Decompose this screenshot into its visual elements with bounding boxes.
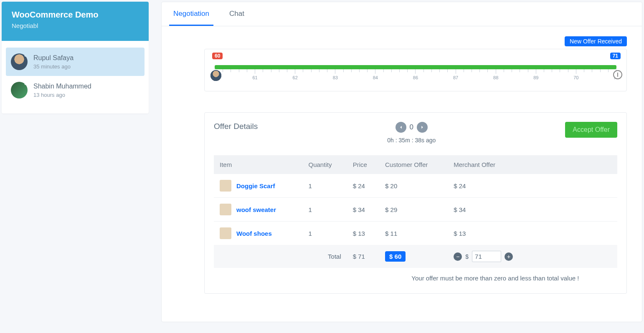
slider-tick: 70 xyxy=(576,69,576,74)
conversation-time: 13 hours ago xyxy=(33,92,91,98)
slider-tick xyxy=(319,69,319,72)
cell-customer-offer: $ 29 xyxy=(379,198,448,222)
item-link[interactable]: Woof shoes xyxy=(236,230,272,237)
total-price: $ 71 xyxy=(347,245,379,268)
status-badge: New Offer Received xyxy=(565,36,627,46)
slider-tick xyxy=(359,69,360,72)
tabs: Negotiation Chat xyxy=(162,2,642,26)
conversation-name: Rupul Safaya xyxy=(33,54,74,62)
slider-tick: 89 xyxy=(536,69,536,74)
slider-tick xyxy=(472,69,472,72)
arrow-right-icon xyxy=(419,124,425,130)
slider-tick xyxy=(431,69,432,72)
slider-tick-label: 86 xyxy=(413,75,418,80)
sidebar: WooCommerce Demo Negotiabl Rupul Safaya … xyxy=(2,2,149,114)
offer-next-button[interactable] xyxy=(417,122,428,133)
increment-button[interactable]: + xyxy=(505,252,513,261)
offer-time-ago: 0h : 35m : 38s ago xyxy=(258,137,565,144)
cell-customer-offer: $ 11 xyxy=(379,222,448,245)
slider-tick xyxy=(568,69,568,72)
slider-tick xyxy=(608,69,609,72)
slider-tick: 61 xyxy=(255,69,255,74)
cell-price: $ 13 xyxy=(347,222,379,245)
slider-tick xyxy=(447,69,448,72)
item-link[interactable]: Doggie Scarf xyxy=(236,182,275,189)
slider-tick-label: 62 xyxy=(293,75,298,80)
tab-negotiation[interactable]: Negotiation xyxy=(169,2,213,26)
cell-quantity: 1 xyxy=(303,222,347,245)
slider-tick xyxy=(287,69,287,72)
main-panel: Negotiation Chat New Offer Received 60 7… xyxy=(161,2,642,322)
slider-tick xyxy=(552,69,552,72)
slider-tick: 83 xyxy=(335,69,335,74)
slider-tick xyxy=(487,69,488,72)
slider-tick: 62 xyxy=(295,69,295,74)
slider-tick xyxy=(423,69,424,72)
currency-symbol: $ xyxy=(465,253,469,260)
slider-tick xyxy=(391,69,392,72)
slider-track[interactable] xyxy=(215,65,616,69)
slider-tick xyxy=(263,69,263,72)
cell-merchant-offer: $ 34 xyxy=(448,198,617,222)
slider-tick-label: 87 xyxy=(453,75,458,80)
accept-offer-button[interactable]: Accept Offer xyxy=(565,122,617,138)
slider-tick xyxy=(271,69,271,72)
slider-tick xyxy=(512,69,512,72)
slider-handle[interactable] xyxy=(613,70,622,79)
slider-tick xyxy=(479,69,480,72)
slider-tick xyxy=(560,69,560,72)
cell-price: $ 24 xyxy=(347,174,379,198)
avatar xyxy=(11,82,28,98)
slider-tick xyxy=(303,69,303,72)
cell-quantity: 1 xyxy=(303,198,347,222)
slider-max-marker: 71 xyxy=(610,53,621,59)
col-quantity: Quantity xyxy=(303,155,347,174)
slider-tick xyxy=(520,69,520,72)
offer-prev-button[interactable] xyxy=(396,122,406,133)
cell-customer-offer: $ 20 xyxy=(379,174,448,198)
col-customer-offer: Customer Offer xyxy=(379,155,448,174)
col-merchant-offer: Merchant Offer xyxy=(448,155,617,174)
offer-slider-card: 60 71 61628384868788897071 xyxy=(204,49,627,91)
sidebar-header: WooCommerce Demo Negotiabl xyxy=(2,2,149,41)
merchant-offer-input[interactable] xyxy=(472,251,501,262)
table-row: Woof shoes 1 $ 13 $ 11 $ 13 xyxy=(214,222,617,245)
slider-tick xyxy=(584,69,584,72)
slider-tick xyxy=(504,69,504,72)
slider-tick xyxy=(464,69,464,72)
table-total-row: Total $ 71 $ 60 − $ + xyxy=(214,245,617,268)
slider-scale: 61628384868788897071 xyxy=(215,69,616,74)
offer-details-card: Offer Details 0 0h : 35m : 38s ago xyxy=(204,112,627,294)
online-dot-icon xyxy=(24,82,28,85)
slider-tick-label: 88 xyxy=(493,75,498,80)
cell-quantity: 1 xyxy=(303,174,347,198)
slider-tick: 87 xyxy=(456,69,456,74)
slider-tick xyxy=(600,69,601,72)
conversation-name: Shabin Muhammed xyxy=(33,83,91,90)
slider-tick xyxy=(528,69,528,72)
slider-tick xyxy=(544,69,544,72)
conversation-item[interactable]: Rupul Safaya 35 minutes ago xyxy=(6,48,145,76)
tab-chat[interactable]: Chat xyxy=(225,2,248,26)
avatar xyxy=(11,53,28,70)
slider-tick-label: 89 xyxy=(533,75,538,80)
slider-tick-label: 61 xyxy=(252,75,257,80)
slider-tick: 84 xyxy=(375,69,375,74)
slider-tick xyxy=(279,69,279,72)
item-link[interactable]: woof sweater xyxy=(236,206,276,213)
offer-details-title: Offer Details xyxy=(214,122,258,131)
conversation-list: Rupul Safaya 35 minutes ago Shabin Muham… xyxy=(2,41,149,114)
total-label: Total xyxy=(214,245,347,268)
offer-hint: Your offer must be more than zero and le… xyxy=(214,268,617,282)
offer-nav-count: 0 xyxy=(410,123,413,131)
slider-tick: 88 xyxy=(496,69,496,74)
decrement-button[interactable]: − xyxy=(454,252,462,261)
slider-tick xyxy=(231,69,231,72)
app-subtitle: Negotiabl xyxy=(12,22,139,29)
slider-tick xyxy=(223,69,223,72)
slider-tick-label: 84 xyxy=(373,75,378,80)
total-customer-offer: $ 60 xyxy=(385,251,406,262)
slider-tick: 86 xyxy=(415,69,416,74)
table-row: Doggie Scarf 1 $ 24 $ 20 $ 24 xyxy=(214,174,617,198)
conversation-item[interactable]: Shabin Muhammed 13 hours ago xyxy=(6,76,145,104)
